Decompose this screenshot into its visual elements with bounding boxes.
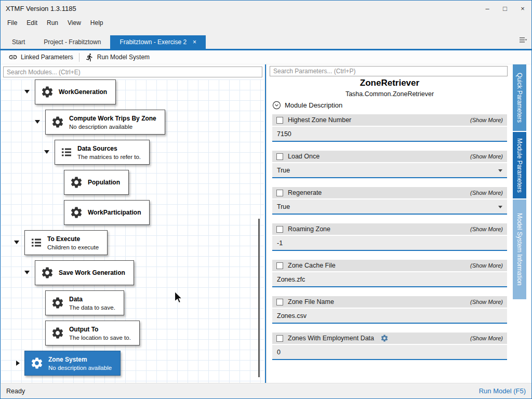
parameter-name: Zones With Employment Data <box>288 335 374 342</box>
window-controls: – □ × <box>478 1 531 16</box>
module-title: Compute Work Trips By Zone <box>69 115 156 122</box>
menu-run[interactable]: Run <box>42 17 63 29</box>
module-output-to[interactable]: Output ToThe location to save to. <box>45 321 140 345</box>
expander-down-icon[interactable] <box>44 150 49 154</box>
show-more-link[interactable]: (Show More) <box>470 190 503 196</box>
expander-right-icon[interactable] <box>16 361 20 366</box>
module-save-work-generation[interactable]: Save Work Generation <box>35 260 134 285</box>
module-title: Data Sources <box>77 145 141 152</box>
parameter-value-field[interactable]: Zones.csv <box>272 309 507 324</box>
runner-icon <box>85 53 94 62</box>
parameter-value-field[interactable]: -1 <box>272 236 507 251</box>
module-description: No description available <box>69 124 156 130</box>
show-more-link[interactable]: (Show More) <box>470 153 503 159</box>
module-title: Zone System <box>48 356 112 363</box>
tab-bar: StartProject - FrabitztownFrabitztown - … <box>1 30 531 49</box>
run-model-system-button[interactable]: Run Model System <box>81 50 154 64</box>
gear-icon <box>51 326 64 340</box>
parameter-value-field[interactable]: Zones.zfc <box>272 272 507 287</box>
module-panel: WorkGenerationCompute Work Trips By Zone… <box>1 64 266 383</box>
gear-icon <box>41 85 54 99</box>
module-data-sources[interactable]: Data SourcesThe matrices to refer to. <box>55 140 150 165</box>
tab-list-icon[interactable] <box>520 36 527 46</box>
minimize-icon[interactable]: – <box>478 1 496 16</box>
expander-down-icon[interactable] <box>24 90 30 94</box>
parameter-highest-zone-number: Highest Zone Number(Show More)7150 <box>272 114 507 142</box>
scrollbar-thumb[interactable] <box>258 219 260 377</box>
parameter-value: 7150 <box>277 130 291 138</box>
tab-project-frabitztown[interactable]: Project - Frabitztown <box>34 35 110 49</box>
module-description-toggle[interactable]: Module Description <box>272 101 342 110</box>
side-tab-model-system-information[interactable]: Model System Information <box>513 200 526 299</box>
tab-label: Frabitztown - Exercise 2 <box>119 38 187 46</box>
tab-frabitztown-exercise-2[interactable]: Frabitztown - Exercise 2× <box>110 35 206 49</box>
tab-close-icon[interactable]: × <box>193 38 196 46</box>
menu-edit[interactable]: Edit <box>22 17 42 29</box>
show-more-link[interactable]: (Show More) <box>470 299 503 305</box>
module-description: Children to execute <box>47 244 99 250</box>
parameter-zone-file-name: Zone File Name(Show More)Zones.csv <box>272 296 507 324</box>
run-model-link[interactable]: Run Model (F5) <box>479 387 526 395</box>
menu-file[interactable]: File <box>3 17 22 29</box>
side-tab-quick-parameters[interactable]: Quick Parameters <box>513 64 526 131</box>
parameter-checkbox[interactable] <box>276 117 283 124</box>
parameter-checkbox[interactable] <box>276 153 283 160</box>
app-window: XTMF Version 1.3.1185 – □ × FileEditRunV… <box>0 0 532 399</box>
parameter-value-field[interactable]: 7150 <box>272 127 507 142</box>
menu-help[interactable]: Help <box>86 17 108 29</box>
menu-view[interactable]: View <box>63 17 86 29</box>
module-description-label: Module Description <box>285 101 342 109</box>
maximize-icon[interactable]: □ <box>496 1 514 16</box>
module-zone-system[interactable]: Zone SystemNo description available <box>24 351 121 376</box>
parameter-dropdown[interactable]: True <box>272 200 507 215</box>
chevron-down-icon <box>498 169 502 172</box>
list-icon <box>30 236 43 249</box>
module-workparticipation[interactable]: WorkParticipation <box>64 200 150 225</box>
module-description: No description available <box>48 365 112 371</box>
show-more-link[interactable]: (Show More) <box>470 262 503 269</box>
side-tab-strip: Quick ParametersModule ParametersModel S… <box>513 64 526 300</box>
parameter-checkbox[interactable] <box>276 190 283 196</box>
parameter-load-once: Load Once(Show More)True <box>272 151 507 178</box>
parameter-name: Highest Zone Number <box>288 116 351 124</box>
parameter-zone-cache-file: Zone Cache File(Show More)Zones.zfc <box>272 260 507 287</box>
expander-down-icon[interactable] <box>24 271 30 274</box>
module-compute-work-trips-by-zone[interactable]: Compute Work Trips By ZoneNo description… <box>45 110 165 135</box>
toolbar: Linked Parameters Run Model System <box>1 50 531 64</box>
close-icon[interactable]: × <box>514 1 531 16</box>
parameter-checkbox[interactable] <box>276 226 283 233</box>
module-description: The matrices to refer to. <box>77 154 141 160</box>
expander-down-icon[interactable] <box>35 120 40 124</box>
parameter-header: Load Once(Show More) <box>272 151 507 162</box>
show-more-link[interactable]: (Show More) <box>470 117 503 123</box>
parameter-checkbox[interactable] <box>276 335 283 342</box>
module-to-execute[interactable]: To ExecuteChildren to execute <box>24 230 108 255</box>
tab-start[interactable]: Start <box>3 35 34 49</box>
module-description: The location to save to. <box>69 335 131 341</box>
linked-parameters-button[interactable]: Linked Parameters <box>4 50 78 64</box>
parameter-value-field[interactable]: 0 <box>272 345 507 360</box>
show-more-link[interactable]: (Show More) <box>470 335 503 341</box>
side-tab-module-parameters[interactable]: Module Parameters <box>513 132 526 198</box>
parameter-value: 0 <box>277 349 281 356</box>
gear-icon <box>70 176 83 189</box>
module-workgeneration[interactable]: WorkGeneration <box>35 79 116 104</box>
parameter-dropdown[interactable]: True <box>272 163 507 178</box>
module-title: WorkParticipation <box>88 209 141 216</box>
parameter-value: -1 <box>277 240 283 247</box>
module-search-input[interactable] <box>3 66 262 77</box>
module-title: WorkGeneration <box>59 88 107 96</box>
module-data[interactable]: DataThe data to save. <box>45 290 124 315</box>
gear-icon[interactable] <box>380 334 389 342</box>
expander-down-icon[interactable] <box>14 241 19 244</box>
parameter-checkbox[interactable] <box>276 262 283 269</box>
parameter-header: Roaming Zone(Show More) <box>272 223 507 235</box>
module-title: To Execute <box>47 235 99 243</box>
gear-icon <box>70 206 83 219</box>
parameter-name: Zone File Name <box>288 298 334 305</box>
show-more-link[interactable]: (Show More) <box>470 226 503 232</box>
module-population[interactable]: Population <box>64 170 129 195</box>
parameter-checkbox[interactable] <box>276 299 283 305</box>
parameter-value: True <box>277 167 290 174</box>
parameter-search-input[interactable] <box>270 66 508 76</box>
